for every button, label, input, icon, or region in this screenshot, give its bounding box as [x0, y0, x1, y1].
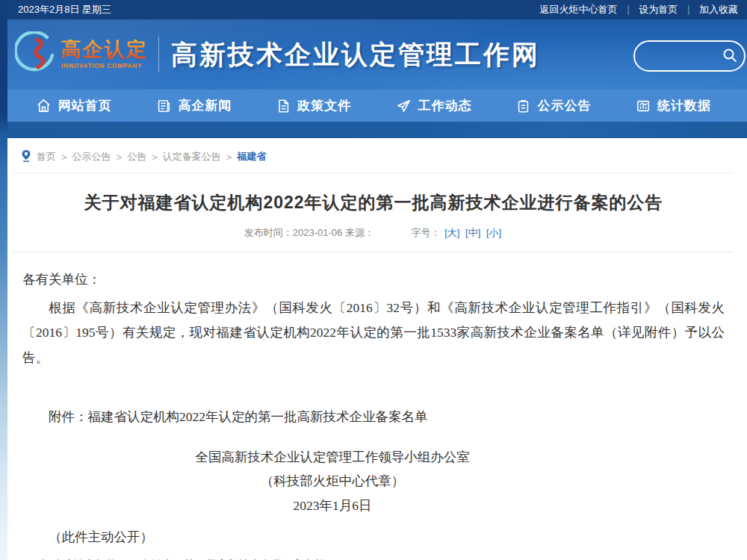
- topbar-links: 返回火炬中心首页｜设为首页｜加入收藏: [540, 3, 738, 16]
- link-set-homepage[interactable]: 设为首页: [639, 4, 678, 15]
- attachment-line: 附件：福建省认定机构2022年认定的第一批高新技术企业备案名单: [22, 408, 725, 426]
- paper-plane-icon: [396, 98, 412, 113]
- announcement-icon: [516, 99, 530, 113]
- nav-item-label: 统计数据: [657, 97, 711, 114]
- font-size-label: 字号：: [412, 227, 441, 238]
- search-icon: [722, 47, 738, 66]
- topbar-date: 2023年2月8日 星期三: [18, 3, 111, 16]
- content-area: 首页 > 公示公告 > 公告 > 认定备案公告 > 福建省 关于对福建省认定机构…: [0, 138, 747, 560]
- site-header: 高企认定 INNOVATION COMPANY 高新技术企业认定管理工作网: [0, 19, 747, 90]
- nav-item-label: 公示公告: [537, 97, 591, 114]
- font-size-medium-button[interactable]: [中]: [465, 227, 480, 238]
- statistics-icon: [636, 99, 651, 113]
- page-left-edge-stripe: [0, 0, 7, 560]
- nav-item-home[interactable]: 网站首页: [36, 97, 112, 114]
- search-button[interactable]: [722, 47, 744, 66]
- crumb-separator: >: [152, 152, 158, 163]
- signature-org: 全国高新技术企业认定管理工作领导小组办公室: [22, 445, 642, 469]
- site-title: 高新技术企业认定管理工作网: [171, 37, 540, 72]
- crumb-announcements[interactable]: 公示公告: [72, 150, 111, 164]
- logo-title: 高企认定: [61, 40, 148, 60]
- source-label: 来源：: [345, 227, 374, 238]
- search-box: [633, 40, 746, 72]
- news-icon: [156, 99, 171, 113]
- nav-item-label: 工作动态: [418, 97, 472, 114]
- salutation: 各有关单位：: [22, 270, 725, 288]
- breadcrumb: 首页 > 公示公告 > 公告 > 认定备案公告 > 福建省: [0, 138, 747, 172]
- nav-item-statistics[interactable]: 统计数据: [636, 97, 711, 114]
- article-title: 关于对福建省认定机构2022年认定的第一批高新技术企业进行备案的公告: [30, 191, 717, 214]
- divider-under-breadcrumb: [13, 172, 734, 173]
- article-meta: 发布时间：2023-01-06 来源： 字号： [大] [中] [小]: [0, 226, 747, 240]
- crumb-notice[interactable]: 公告: [127, 150, 146, 164]
- site-logo[interactable]: 高企认定 INNOVATION COMPANY: [15, 31, 148, 78]
- header-bottom-strip: [0, 122, 747, 138]
- disclosure-note: （此件主动公开）: [22, 528, 725, 546]
- crumb-record-notice[interactable]: 认定备案公告: [163, 150, 221, 164]
- crumb-separator: >: [117, 152, 123, 163]
- header-divider: [158, 37, 159, 72]
- nav-item-policy[interactable]: 政策文件: [276, 97, 351, 114]
- publish-time-label: 发布时间：: [244, 227, 293, 238]
- home-icon: [36, 98, 52, 113]
- signature-block: 全国高新技术企业认定管理工作领导小组办公室 （科技部火炬中心代章） 2023年1…: [22, 445, 642, 517]
- policy-file-icon: [276, 99, 291, 113]
- body-paragraph: 根据《高新技术企业认定管理办法》（国科发火〔2016〕32号）和《高新技术企业认…: [22, 296, 725, 370]
- article-body: 各有关单位： 根据《高新技术企业认定管理办法》（国科发火〔2016〕32号）和《…: [22, 270, 725, 560]
- nav-item-announcements[interactable]: 公示公告: [516, 97, 591, 114]
- search-input[interactable]: [635, 45, 722, 67]
- nav-item-label: 网站首页: [58, 97, 112, 114]
- crumb-separator: >: [226, 152, 232, 163]
- crumb-fujian[interactable]: 福建省: [237, 150, 266, 164]
- link-add-favorite[interactable]: 加入收藏: [699, 4, 738, 15]
- nav-item-label: 高企新闻: [178, 97, 232, 114]
- topbar-separator: ｜: [684, 4, 693, 15]
- font-size-small-button[interactable]: [小]: [486, 227, 501, 238]
- publish-date: 2023-01-06: [293, 227, 343, 238]
- location-pin-icon: [21, 149, 31, 164]
- crumb-home[interactable]: 首页: [37, 150, 56, 164]
- nav-item-updates[interactable]: 工作动态: [396, 97, 472, 114]
- logo-text: 高企认定 INNOVATION COMPANY: [61, 40, 148, 69]
- link-torch-center-home[interactable]: 返回火炬中心首页: [540, 4, 618, 15]
- signature-note: （科技部火炬中心代章）: [22, 469, 642, 493]
- nav-item-label: 政策文件: [297, 97, 351, 114]
- signature-date: 2023年1月6日: [22, 494, 642, 517]
- crumb-separator: >: [61, 152, 67, 163]
- logo-subtitle: INNOVATION COMPANY: [61, 63, 148, 69]
- topbar: 2023年2月8日 星期三 返回火炬中心首页｜设为首页｜加入收藏: [0, 0, 747, 19]
- topbar-separator: ｜: [624, 4, 633, 15]
- main-nav: 网站首页 高企新闻 政策文件 工作动态 公示公告: [0, 90, 747, 122]
- divider-under-meta: [13, 252, 734, 252]
- logo-swirl-icon: [15, 31, 57, 78]
- font-size-large-button[interactable]: [大]: [444, 227, 459, 238]
- nav-item-news[interactable]: 高企新闻: [156, 97, 232, 114]
